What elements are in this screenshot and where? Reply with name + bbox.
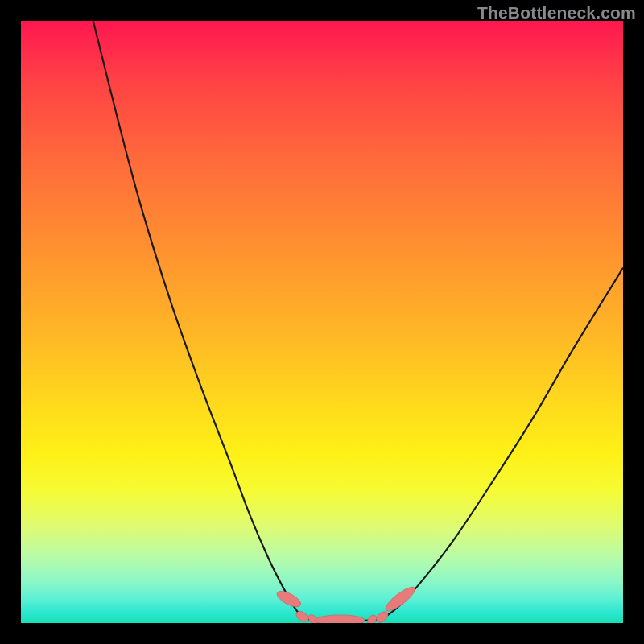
curve-marker	[316, 615, 365, 623]
bottleneck-curve	[21, 21, 623, 623]
curve-marker	[382, 584, 418, 614]
curve-marker	[275, 588, 303, 609]
watermark-text: TheBottleneck.com	[477, 3, 636, 23]
curve-markers	[275, 584, 418, 623]
curve-marker	[374, 609, 390, 623]
plot-area	[21, 21, 623, 623]
curve-path	[93, 21, 623, 621]
outer-frame: TheBottleneck.com	[0, 0, 644, 644]
